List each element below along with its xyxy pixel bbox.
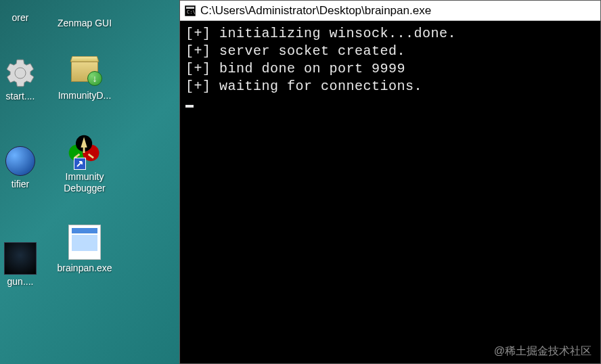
watermark: @稀土掘金技术社区 (494, 344, 592, 359)
exe-window-icon (66, 223, 104, 261)
icon-label: Zenmap GUI (58, 18, 112, 29)
generic-app-icon (4, 0, 37, 11)
svg-rect-4 (186, 7, 194, 9)
console-output: [+] initializing winsock...done. [+] ser… (180, 21, 600, 117)
icon-label: orer (12, 12, 29, 23)
dark-app-icon (4, 242, 37, 275)
puzzle-icon (66, 132, 104, 170)
console-line: [+] initializing winsock...done. (185, 25, 595, 43)
desktop-icon-start[interactable]: start.... (0, 54, 41, 104)
gear-icon (4, 57, 37, 89)
desktop-icon-orer[interactable]: orer (0, 0, 41, 26)
desktop-icon-brainpan[interactable]: brainpan.exe (54, 221, 115, 276)
desktop-icon-immunityd-installer[interactable]: ↓ ImmunityD... (54, 48, 115, 104)
icon-label: Immunity Debugger (55, 171, 114, 194)
icon-label: brainpan.exe (58, 263, 112, 273)
console-line: [+] waiting for connections. (185, 78, 595, 95)
text-cursor (185, 105, 194, 108)
window-title: C:\Users\Administrator\Desktop\brainpan.… (200, 4, 431, 18)
console-line: [+] bind done on port 9999 (185, 60, 595, 78)
globe-icon (4, 145, 37, 177)
icon-label: start.... (6, 91, 35, 101)
shortcut-arrow-icon (74, 158, 86, 170)
zenmap-icon (66, 0, 104, 16)
icon-label: ImmunityD... (58, 90, 112, 101)
desktop-icon-tifier[interactable]: tifier (0, 142, 41, 192)
titlebar[interactable]: C:\ C:\Users\Administrator\Desktop\brain… (180, 1, 600, 21)
svg-text:C:\: C:\ (187, 9, 196, 15)
console-window[interactable]: C:\ C:\Users\Administrator\Desktop\brain… (179, 0, 601, 364)
console-line: [+] server socket created. (185, 43, 595, 60)
desktop-icon-zenmap[interactable]: Zenmap GUI (54, 0, 115, 32)
icon-label: tifier (12, 179, 29, 189)
box-download-icon: ↓ (66, 51, 104, 89)
desktop-icon-gun[interactable]: gun.... (0, 240, 41, 290)
desktop-icon-immunity-debugger[interactable]: Immunity Debugger (54, 129, 115, 197)
icon-label: gun.... (7, 276, 34, 287)
desktop-background: orer start.... tifier gun.... Zenmap GUI (0, 0, 179, 364)
cmd-icon: C:\ (184, 5, 196, 17)
